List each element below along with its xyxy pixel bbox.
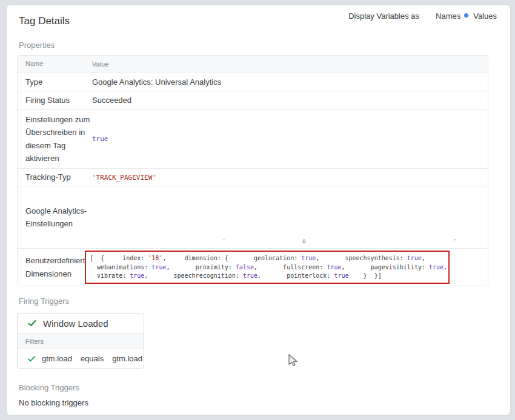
blocking-triggers-empty-text: No blocking triggers bbox=[19, 398, 88, 407]
row-value: [ { index: '18', dimension: { geolocatio… bbox=[92, 249, 488, 286]
radio-option-values[interactable]: Values bbox=[463, 11, 497, 21]
firing-triggers-section-label: Firing Triggers bbox=[19, 297, 69, 306]
mouse-cursor-icon bbox=[287, 354, 299, 370]
row-label: Tracking-Typ bbox=[18, 169, 92, 186]
row-label: Benutzerdefinierte Dimensionen bbox=[18, 249, 92, 286]
row-label: Firing Status bbox=[18, 91, 92, 109]
table-row-override-settings: Einstellungen zum Überschreiben in diese… bbox=[18, 109, 488, 168]
firing-trigger-card: Window Loaded Filters gtm.load equals gt… bbox=[17, 313, 144, 369]
redacted-text-fragment: ' bbox=[453, 238, 456, 244]
row-value: Succeeded bbox=[92, 91, 488, 109]
radio-values-label[interactable]: Values bbox=[473, 11, 497, 21]
table-row-custom-dimensions: Benutzerdefinierte Dimensionen [ { index… bbox=[18, 248, 488, 286]
row-value: ' ŭ ' bbox=[92, 186, 488, 248]
column-header-value: Value bbox=[92, 56, 488, 73]
check-icon bbox=[27, 318, 37, 328]
trigger-name: Window Loaded bbox=[43, 318, 108, 329]
table-row-type: Type Google Analytics: Universal Analyti… bbox=[18, 73, 488, 91]
filters-header: Filters bbox=[18, 333, 144, 349]
properties-table: Name Value Type Google Analytics: Univer… bbox=[17, 55, 488, 286]
table-row-ga-settings: Google Analytics-Einstellungen ' ŭ ' bbox=[18, 186, 488, 248]
filter-operator: equals bbox=[81, 354, 104, 363]
table-header-row: Name Value bbox=[18, 56, 488, 73]
row-value: 'TRACK_PAGEVIEW' bbox=[92, 169, 488, 186]
row-value: true bbox=[92, 110, 488, 168]
column-header-name: Name bbox=[18, 56, 92, 73]
blocking-triggers-section-label: Blocking Triggers bbox=[19, 383, 79, 392]
radio-values-icon[interactable] bbox=[463, 12, 471, 20]
filter-right-operand: gtm.load bbox=[112, 354, 142, 363]
table-row-firing-status: Firing Status Succeeded bbox=[18, 91, 488, 109]
radio-option-names[interactable]: Names bbox=[425, 11, 460, 21]
page-title: Tag Details bbox=[19, 15, 70, 27]
row-label: Einstellungen zum Überschreiben in diese… bbox=[18, 110, 92, 168]
filter-left-operand: gtm.load bbox=[42, 354, 72, 363]
check-icon bbox=[27, 355, 36, 363]
radio-names-icon[interactable] bbox=[425, 12, 433, 20]
row-value: Google Analytics: Universal Analytics bbox=[92, 73, 488, 91]
custom-dimensions-code: [ { index: '18', dimension: { geolocatio… bbox=[90, 254, 445, 281]
filter-row: gtm.load equals gtm.load bbox=[18, 349, 144, 368]
table-row-tracking-type: Tracking-Typ 'TRACK_PAGEVIEW' bbox=[18, 168, 488, 186]
trigger-name-row: Window Loaded bbox=[18, 313, 144, 333]
redacted-text-fragment: ' bbox=[222, 238, 225, 244]
redacted-text-fragment: ŭ bbox=[302, 238, 305, 244]
display-variables-label: Display Variables as bbox=[348, 11, 419, 21]
properties-section-label: Properties bbox=[19, 41, 55, 50]
row-label: Type bbox=[18, 73, 92, 91]
tag-details-panel: Tag Details Display Variables as Names V… bbox=[6, 4, 511, 416]
display-variables-group: Display Variables as Names Values bbox=[348, 11, 497, 21]
custom-dimensions-highlight-box: [ { index: '18', dimension: { geolocatio… bbox=[85, 251, 450, 284]
radio-names-label[interactable]: Names bbox=[436, 11, 460, 21]
row-label: Google Analytics-Einstellungen bbox=[18, 186, 92, 248]
